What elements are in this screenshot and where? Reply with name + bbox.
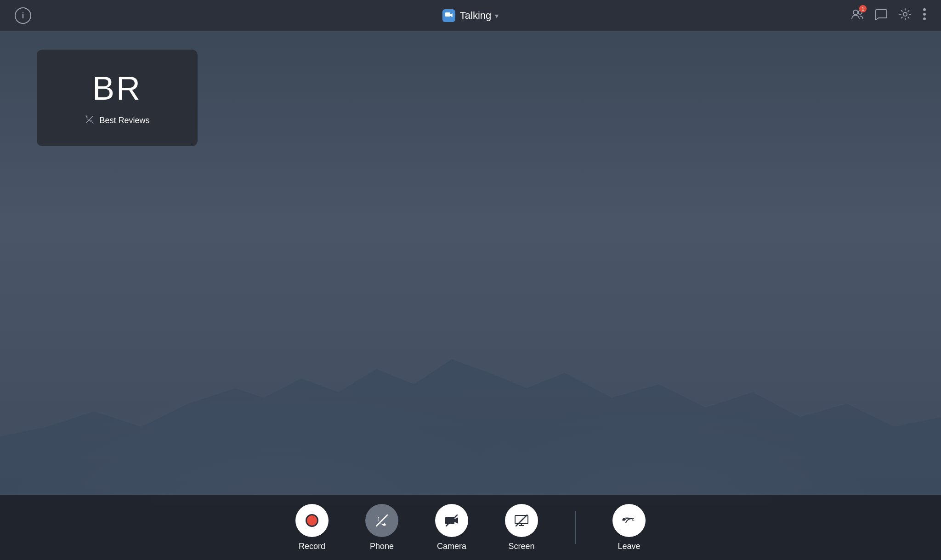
participant-name-row: Best Reviews [85,114,149,127]
leave-button[interactable]: Leave [612,504,646,551]
main-content: BR Best Reviews Record [0,31,941,560]
info-icon[interactable]: i [15,7,31,24]
record-button[interactable]: Record [295,504,329,551]
svg-rect-0 [445,12,450,17]
header-center: Talking ▾ [442,9,499,22]
settings-icon[interactable] [899,8,912,23]
phone-label: Phone [370,542,394,551]
leave-label: Leave [618,542,640,551]
muted-phone-icon [85,114,95,127]
app-title[interactable]: Talking ▾ [460,10,499,22]
camera-button[interactable]: Camera [435,504,468,551]
participant-name: Best Reviews [99,116,149,125]
toolbar: Record Phone Camera [0,495,941,560]
participants-icon[interactable]: 1 [851,8,864,23]
participant-card: BR Best Reviews [37,50,198,146]
chevron-down-icon: ▾ [495,11,499,20]
toolbar-divider [575,511,576,544]
screen-label: Screen [508,542,534,551]
phone-button[interactable]: Phone [365,504,398,551]
camera-label: Camera [437,542,466,551]
participants-badge: 1 [859,5,867,12]
screen-button[interactable]: Screen [505,504,538,551]
more-icon[interactable] [923,8,926,23]
header-left: i [15,7,31,24]
svg-point-4 [923,8,926,11]
svg-point-3 [903,12,907,16]
app-icon [442,9,455,22]
camera-circle [435,504,468,537]
avatar-initials: BR [92,69,142,107]
screen-circle [505,504,538,537]
svg-point-6 [923,17,926,20]
phone-circle [365,504,398,537]
svg-point-5 [923,13,926,16]
record-circle [295,504,329,537]
leave-circle [612,504,646,537]
record-dot [306,514,318,527]
header: i Talking ▾ 1 [0,0,941,31]
header-right: 1 [851,8,926,23]
record-label: Record [299,542,325,551]
svg-point-1 [853,10,858,15]
chat-icon[interactable] [875,8,888,23]
